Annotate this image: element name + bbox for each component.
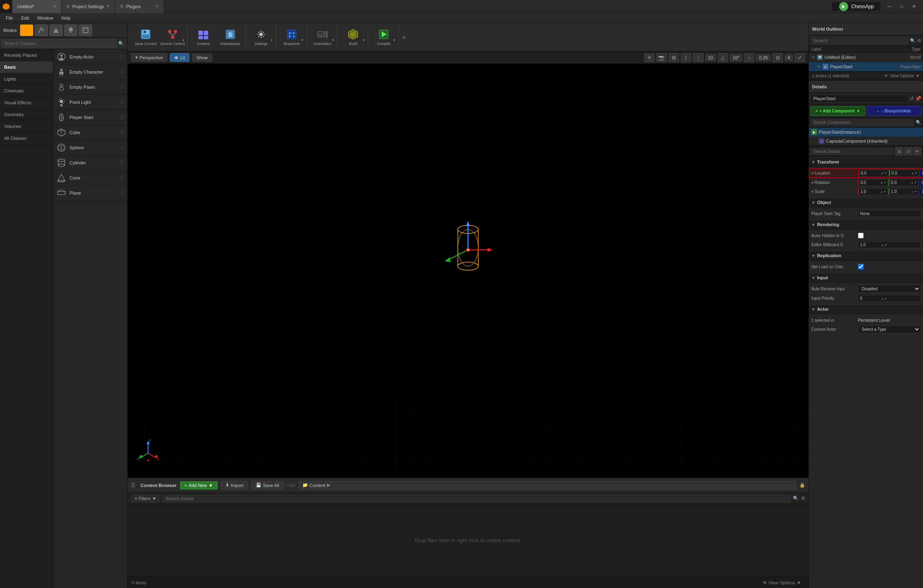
save-all-button[interactable]: 💾 Save All: [251, 481, 284, 489]
scale-x-input[interactable]: [859, 189, 879, 195]
maximize-button[interactable]: □: [896, 2, 907, 11]
player-start-tag-input[interactable]: [858, 210, 921, 217]
scale-snap-tool[interactable]: ⌂: [744, 53, 754, 62]
location-x-input[interactable]: [859, 170, 880, 176]
screen-count-tool[interactable]: ⊟: [772, 53, 783, 62]
actor-reset-icon[interactable]: ↺: [909, 96, 914, 101]
cb-lock-icon[interactable]: 🔒: [799, 483, 805, 488]
source-control-button[interactable]: Source Control ▼: [160, 26, 186, 49]
list-item[interactable]: Empty Character ⓘ: [53, 65, 127, 80]
list-item[interactable]: Point Light ⓘ: [53, 95, 127, 110]
convert-actor-dropdown[interactable]: Select a Type: [858, 325, 921, 333]
comp-item-capsule[interactable]: ⬡ CapsuleComponent (Inherited): [809, 137, 923, 146]
list-item[interactable]: Cylinder ⓘ: [53, 155, 127, 171]
list-item[interactable]: Plane ⓘ: [53, 186, 127, 201]
show-button[interactable]: Show: [192, 54, 212, 62]
cb-back-icon[interactable]: ◁: [287, 483, 290, 488]
cb-search-input[interactable]: [162, 495, 790, 502]
search-classes-input[interactable]: [2, 39, 117, 47]
mode-landscape-button[interactable]: [50, 25, 63, 36]
cb-content-area[interactable]: Drop files here or right click to create…: [128, 504, 808, 577]
editor-billboard-spin-icon[interactable]: ▲▼: [880, 243, 888, 247]
minimize-button[interactable]: —: [884, 2, 895, 11]
viewport-type-button[interactable]: ▾ Perspective: [131, 53, 167, 62]
marketplace-button[interactable]: Marketplace: [217, 26, 243, 49]
comp-item-playerstart[interactable]: ▶ PlayerStart(Instance): [809, 128, 923, 137]
scale-y-input[interactable]: [889, 189, 910, 195]
menu-edit[interactable]: Edit: [17, 13, 33, 23]
category-volumes[interactable]: Volumes: [0, 121, 53, 132]
net-load-checkbox[interactable]: [858, 264, 864, 269]
camera-tool[interactable]: 📷: [656, 53, 667, 62]
menu-help[interactable]: Help: [57, 13, 75, 23]
rotation-z-input[interactable]: [920, 180, 923, 186]
details-grid-view-button[interactable]: ⊞: [895, 147, 903, 155]
settings-button[interactable]: Settings ▼: [248, 26, 274, 49]
category-geometry[interactable]: Geometry: [0, 109, 53, 121]
wo-settings-icon[interactable]: ⚙: [917, 38, 921, 43]
mode-paint-button[interactable]: [35, 25, 48, 36]
cinematics-button[interactable]: Cinematics ▼: [309, 26, 335, 49]
location-z-input[interactable]: [921, 170, 923, 176]
list-item[interactable]: Empty Actor ⓘ: [53, 49, 127, 65]
category-visual-effects[interactable]: Visual Effects: [0, 97, 53, 109]
snap-tool[interactable]: ⟨: [681, 53, 691, 62]
replication-section-header[interactable]: ▼ Replication: [809, 251, 923, 260]
input-section-header[interactable]: ▼ Input: [809, 273, 923, 283]
mode-foliage-button[interactable]: [64, 25, 77, 36]
details-search-input[interactable]: [810, 148, 894, 155]
grid-tool[interactable]: ⊞: [669, 53, 679, 62]
cb-filter-button[interactable]: ≡ Filters ▼: [131, 495, 160, 502]
details-filter-button[interactable]: 👁: [913, 147, 921, 155]
category-recently-placed[interactable]: Recently Placed: [0, 49, 53, 61]
toolbar-expand-button[interactable]: »: [400, 26, 408, 49]
scale-x-spin-icon[interactable]: ▲▼: [879, 190, 887, 193]
scale-dropdown-icon[interactable]: ▾: [811, 189, 815, 194]
angle-snap-tool[interactable]: △: [718, 53, 728, 62]
cb-forward-icon[interactable]: ▷: [292, 483, 295, 488]
tab-close-3-icon[interactable]: ✕: [155, 4, 159, 9]
add-new-button[interactable]: + Add New ▼: [180, 481, 218, 489]
translate-tool[interactable]: ✛: [644, 53, 655, 62]
actor-save-icon[interactable]: 📌: [915, 96, 921, 101]
import-button[interactable]: ⬆ Import: [221, 481, 248, 489]
list-item[interactable]: Sphere ⓘ: [53, 140, 127, 155]
tab-close-2-icon[interactable]: ✕: [106, 4, 110, 9]
rotation-x-input[interactable]: [859, 180, 879, 186]
category-cinematic[interactable]: Cinematic: [0, 85, 53, 97]
save-current-button[interactable]: Save Current: [133, 26, 159, 49]
rendering-section-header[interactable]: ▼ Rendering: [809, 220, 923, 229]
input-priority-spin-icon[interactable]: ▲▼: [880, 297, 888, 301]
content-button[interactable]: Content: [190, 26, 216, 49]
rotation-y-input[interactable]: [889, 180, 910, 186]
location-y-input[interactable]: [890, 170, 910, 176]
list-item[interactable]: Cube ⓘ: [53, 125, 127, 140]
editor-billboard-input[interactable]: [858, 242, 879, 248]
wo-item-untitled[interactable]: 👁 🌍 Untitled (Editor) World: [809, 53, 923, 62]
transform-section-header[interactable]: ▼ Transform: [809, 157, 923, 167]
category-all-classes[interactable]: All Classes: [0, 132, 53, 144]
comp-search-input[interactable]: [810, 119, 914, 126]
list-item[interactable]: Player Start ⓘ: [53, 110, 127, 125]
tab-close-icon[interactable]: ✕: [53, 4, 56, 9]
location-dropdown-icon[interactable]: ▾: [812, 171, 815, 175]
close-button[interactable]: ✕: [908, 2, 920, 11]
menu-file[interactable]: File: [2, 13, 17, 23]
auto-receive-dropdown[interactable]: Disabled: [858, 285, 921, 293]
actor-hidden-checkbox[interactable]: [858, 233, 864, 238]
tab-plugins[interactable]: ⚙ Plugins ✕: [115, 0, 164, 13]
scale-z-input[interactable]: [920, 189, 923, 195]
list-item[interactable]: Empty Pawn ⓘ: [53, 80, 127, 95]
add-component-button[interactable]: + + Add Component ▼: [810, 106, 865, 116]
maximize-viewport-tool[interactable]: ⤢: [795, 53, 805, 62]
wo-view-options-button[interactable]: 👁 View Options ▼: [884, 74, 920, 78]
mode-place-button[interactable]: [20, 25, 33, 36]
blueprint-button[interactable]: ⬩ ⬩ Blueprint/Adc: [867, 106, 922, 116]
mode-geometry-button[interactable]: [79, 25, 92, 36]
blueprints-button[interactable]: Blueprints ▼: [279, 26, 305, 49]
category-lights[interactable]: Lights: [0, 73, 53, 85]
wo-item-playerstart[interactable]: 👁 ▶ PlayerStart PlayerStart: [809, 62, 923, 72]
scale-y-spin-icon[interactable]: ▲▼: [910, 190, 918, 193]
tab-untitled[interactable]: Untitled* ✕: [12, 0, 61, 13]
actor-name-input[interactable]: [810, 94, 908, 103]
